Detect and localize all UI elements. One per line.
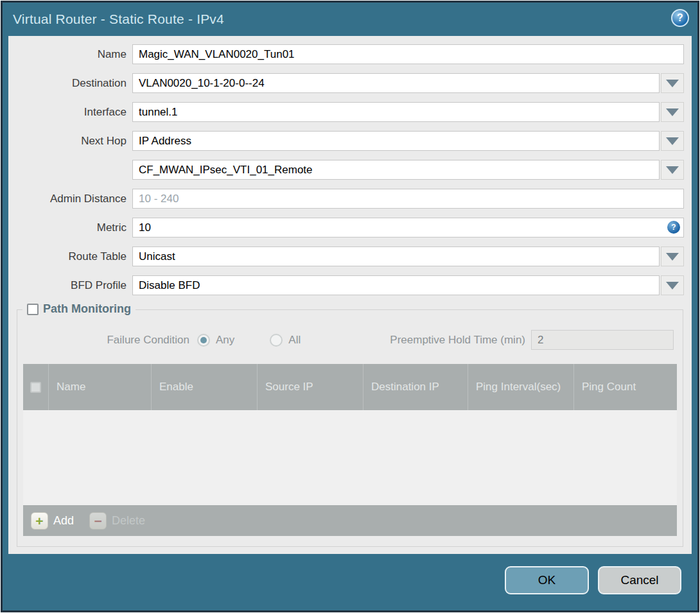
delete-button[interactable]: − Delete bbox=[89, 512, 145, 530]
column-header-ping-count[interactable]: Ping Count bbox=[574, 364, 677, 410]
delete-button-label: Delete bbox=[112, 514, 145, 528]
chevron-down-icon bbox=[666, 137, 679, 145]
path-monitoring-table: Name Enable Source IP Destination IP Pin… bbox=[23, 364, 677, 536]
metric-label: Metric bbox=[8, 221, 132, 234]
route-table-input[interactable] bbox=[132, 246, 660, 266]
column-header-name[interactable]: Name bbox=[49, 364, 152, 410]
table-body-empty bbox=[23, 410, 677, 505]
failure-condition-all-label: All bbox=[288, 334, 301, 347]
next-hop-label: Next Hop bbox=[8, 135, 132, 148]
path-monitoring-section: Path Monitoring Failure Condition Any Al… bbox=[17, 309, 683, 547]
metric-row: Metric ? bbox=[8, 218, 692, 237]
table-select-all-cell bbox=[23, 364, 49, 410]
column-header-ping-interval[interactable]: Ping Interval(sec) bbox=[468, 364, 574, 410]
next-hop-address-row bbox=[8, 160, 692, 180]
route-table-label: Route Table bbox=[8, 250, 132, 263]
chevron-down-icon bbox=[666, 80, 679, 87]
next-hop-dropdown-button[interactable] bbox=[661, 131, 684, 151]
name-row: Name bbox=[8, 44, 692, 64]
select-all-checkbox[interactable] bbox=[30, 382, 41, 393]
dialog-body: Name Destination Interface bbox=[8, 36, 692, 554]
route-table-dropdown-button[interactable] bbox=[661, 246, 684, 266]
bfd-profile-row: BFD Profile bbox=[8, 275, 692, 295]
dialog-titlebar: Virtual Router - Static Route - IPv4 ? bbox=[3, 3, 697, 36]
failure-condition-any-label: Any bbox=[216, 334, 234, 347]
table-header-row: Name Enable Source IP Destination IP Pin… bbox=[23, 364, 677, 410]
bfd-profile-dropdown-button[interactable] bbox=[661, 275, 684, 295]
next-hop-type-input[interactable] bbox=[132, 131, 660, 151]
interface-input[interactable] bbox=[132, 102, 660, 122]
help-icon[interactable]: ? bbox=[671, 9, 689, 27]
ok-button[interactable]: OK bbox=[505, 566, 589, 594]
next-hop-address-dropdown-button[interactable] bbox=[661, 160, 684, 180]
destination-dropdown-button[interactable] bbox=[661, 73, 684, 93]
column-header-destination-ip[interactable]: Destination IP bbox=[363, 364, 468, 410]
bfd-profile-label: BFD Profile bbox=[8, 279, 132, 292]
destination-label: Destination bbox=[8, 77, 132, 90]
interface-label: Interface bbox=[8, 106, 132, 119]
column-header-enable[interactable]: Enable bbox=[152, 364, 258, 410]
dialog-title: Virtual Router - Static Route - IPv4 bbox=[13, 12, 224, 27]
cancel-button[interactable]: Cancel bbox=[598, 566, 681, 594]
failure-condition-row: Failure Condition Any All Preemptive Hol… bbox=[17, 330, 683, 350]
chevron-down-icon bbox=[666, 166, 679, 174]
preemptive-hold-time-label: Preemptive Hold Time (min) bbox=[301, 334, 531, 347]
name-input[interactable] bbox=[132, 44, 684, 64]
metric-help-icon[interactable]: ? bbox=[667, 221, 680, 234]
admin-distance-label: Admin Distance bbox=[8, 193, 132, 205]
add-button-label: Add bbox=[53, 514, 74, 528]
failure-condition-all-radio[interactable] bbox=[270, 334, 283, 347]
path-monitoring-title: Path Monitoring bbox=[43, 302, 131, 316]
failure-condition-any-radio[interactable] bbox=[197, 334, 210, 347]
static-route-dialog: Virtual Router - Static Route - IPv4 ? N… bbox=[1, 1, 699, 612]
admin-distance-row: Admin Distance bbox=[8, 189, 692, 209]
table-toolbar: + Add − Delete bbox=[23, 505, 677, 536]
interface-dropdown-button[interactable] bbox=[661, 102, 684, 122]
failure-condition-label: Failure Condition bbox=[17, 334, 197, 347]
metric-input[interactable] bbox=[132, 218, 684, 237]
route-table-row: Route Table bbox=[8, 246, 692, 266]
add-button[interactable]: + Add bbox=[31, 512, 74, 530]
destination-row: Destination bbox=[8, 73, 692, 93]
bfd-profile-input[interactable] bbox=[132, 275, 660, 295]
chevron-down-icon bbox=[666, 282, 679, 289]
next-hop-address-input[interactable] bbox=[132, 160, 660, 180]
admin-distance-input[interactable] bbox=[132, 189, 684, 209]
preemptive-hold-time-input[interactable] bbox=[531, 330, 674, 350]
chevron-down-icon bbox=[666, 253, 679, 261]
name-label: Name bbox=[8, 48, 132, 61]
next-hop-row: Next Hop bbox=[8, 131, 692, 151]
interface-row: Interface bbox=[8, 102, 692, 122]
delete-icon: − bbox=[89, 512, 107, 530]
column-header-source-ip[interactable]: Source IP bbox=[258, 364, 363, 410]
add-icon: + bbox=[31, 512, 48, 530]
destination-input[interactable] bbox=[132, 73, 660, 93]
chevron-down-icon bbox=[666, 108, 679, 116]
path-monitoring-checkbox[interactable] bbox=[27, 304, 39, 315]
